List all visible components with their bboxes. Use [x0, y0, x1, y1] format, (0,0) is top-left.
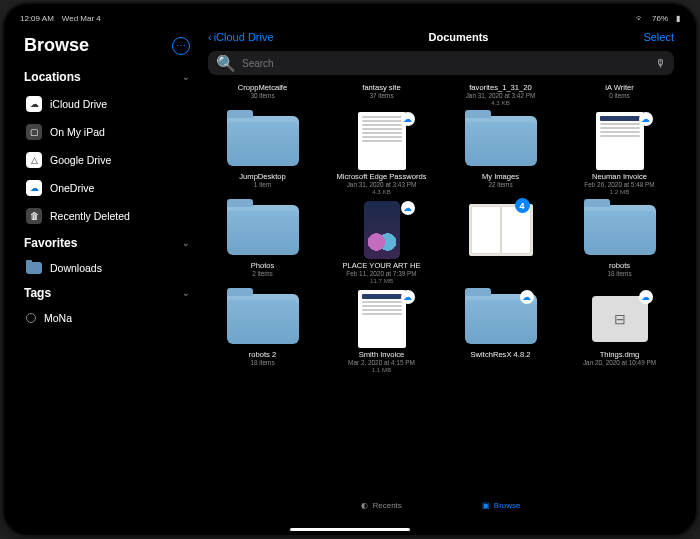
file-item[interactable]: ⊟ ☁ Things.dmg Jan 20, 2020 at 10:49 PM [563, 290, 676, 373]
onedrive-icon: ☁ [26, 180, 42, 196]
folder-icon [584, 205, 656, 255]
cloud-download-icon: ☁ [401, 290, 415, 304]
main-content: ‹ iCloud Drive Documents Select 🔍 🎙 Crop… [198, 27, 684, 517]
folder-icon [227, 205, 299, 255]
status-battery: 76% [652, 14, 668, 23]
drag-count-badge: 4 [515, 198, 530, 213]
file-item[interactable]: iA Writer 0 items [563, 83, 676, 106]
file-item[interactable]: Photos 2 items [206, 201, 319, 284]
dmg-icon: ⊟ [592, 296, 648, 342]
sidebar-item-tag-mona[interactable]: MoNa [22, 306, 192, 330]
file-item[interactable]: ☁ Smith Invoice Mar 2, 2020 at 4:15 PM 1… [325, 290, 438, 373]
folder-icon [227, 116, 299, 166]
mic-icon[interactable]: 🎙 [655, 57, 666, 69]
sidebar-item-googledrive[interactable]: △ Google Drive [22, 146, 192, 174]
folder-icon [227, 294, 299, 344]
cloud-download-icon: ☁ [639, 290, 653, 304]
file-item[interactable]: ☁ Microsoft Edge Passwords Jan 31, 2020 … [325, 112, 438, 195]
image-thumbnail [364, 201, 400, 259]
sidebar-item-icloud[interactable]: ☁︎ iCloud Drive [22, 90, 192, 118]
home-indicator[interactable] [290, 528, 410, 531]
sidebar-item-downloads[interactable]: Downloads [22, 256, 192, 280]
clock-icon: ◐ [361, 501, 368, 510]
file-item-dragging[interactable]: 4 [444, 201, 557, 284]
sidebar: Browse ⋯ Locations ⌄ ☁︎ iCloud Drive ▢ O… [16, 27, 198, 517]
status-time: 12:09 AM [20, 14, 54, 23]
sidebar-item-onmyipad[interactable]: ▢ On My iPad [22, 118, 192, 146]
cloud-download-icon: ☁ [639, 112, 653, 126]
file-item[interactable]: favorites_1_31_20 Jan 31, 2020 at 3:42 P… [444, 83, 557, 106]
status-bar: 12:09 AM Wed Mar 4 ᯤ 76% ▮ [16, 14, 684, 27]
chevron-down-icon: ⌄ [182, 238, 190, 248]
file-item[interactable]: robots 18 items [563, 201, 676, 284]
status-date: Wed Mar 4 [62, 14, 101, 23]
tag-icon [26, 313, 36, 323]
document-icon [596, 112, 644, 170]
chevron-down-icon: ⌄ [182, 72, 190, 82]
wifi-icon: ᯤ [636, 14, 644, 23]
file-grid: CroppMetcalfe 30 items fantasy site 37 i… [198, 83, 684, 493]
folder-icon [465, 116, 537, 166]
sidebar-title: Browse [24, 35, 89, 56]
select-button[interactable]: Select [643, 31, 674, 43]
tags-header[interactable]: Tags ⌄ [22, 280, 192, 306]
file-item[interactable]: robots 2 18 items [206, 290, 319, 373]
ipad-icon: ▢ [26, 124, 42, 140]
search-field[interactable]: 🔍 🎙 [208, 51, 674, 75]
cloud-download-icon: ☁ [520, 290, 534, 304]
folder-icon [26, 262, 42, 274]
file-item[interactable]: ☁ PLACE YOUR ART HE Feb 11, 2020 at 7:39… [325, 201, 438, 284]
file-item[interactable]: JumpDesktop 1 item [206, 112, 319, 195]
back-button[interactable]: ‹ iCloud Drive [208, 31, 274, 43]
more-options-button[interactable]: ⋯ [172, 37, 190, 55]
folder-icon: ▣ [482, 501, 490, 510]
file-item[interactable]: My Images 22 items [444, 112, 557, 195]
tab-bar: ◐ Recents ▣ Browse [198, 493, 684, 517]
page-title: Documents [429, 31, 489, 43]
chevron-down-icon: ⌄ [182, 288, 190, 298]
favorites-header[interactable]: Favorites ⌄ [22, 230, 192, 256]
search-input[interactable] [242, 58, 649, 69]
tab-recents[interactable]: ◐ Recents [361, 501, 401, 510]
trash-icon: 🗑 [26, 208, 42, 224]
gdrive-icon: △ [26, 152, 42, 168]
tab-browse[interactable]: ▣ Browse [482, 501, 521, 510]
document-icon [358, 112, 406, 170]
cloud-download-icon: ☁ [401, 201, 415, 215]
sidebar-item-recently-deleted[interactable]: 🗑 Recently Deleted [22, 202, 192, 230]
search-icon: 🔍 [216, 54, 236, 73]
battery-icon: ▮ [676, 14, 680, 23]
file-item[interactable]: ☁ Neuman Invoice Feb 26, 2020 at 5:48 PM… [563, 112, 676, 195]
file-item[interactable]: ☁ SwitchResX 4.8.2 [444, 290, 557, 373]
locations-header[interactable]: Locations ⌄ [22, 64, 192, 90]
chevron-left-icon: ‹ [208, 31, 212, 43]
file-item[interactable]: CroppMetcalfe 30 items [206, 83, 319, 106]
file-item[interactable]: fantasy site 37 items [325, 83, 438, 106]
cloud-icon: ☁︎ [26, 96, 42, 112]
document-icon [358, 290, 406, 348]
cloud-download-icon: ☁ [401, 112, 415, 126]
sidebar-item-onedrive[interactable]: ☁ OneDrive [22, 174, 192, 202]
